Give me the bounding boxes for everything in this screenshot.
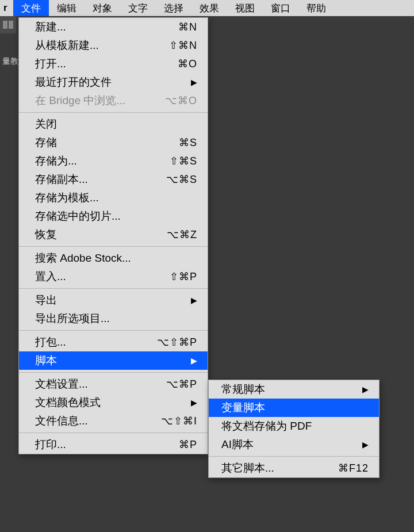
shortcut-label: ⌥⌘Z (167, 228, 197, 241)
scripts-submenu-item[interactable]: AI脚本▶ (209, 435, 379, 454)
file-menu-item-label: 恢复 (35, 227, 57, 242)
menu-separator (19, 372, 208, 373)
scripts-submenu-item[interactable]: 将文档存储为 PDF (209, 417, 379, 435)
file-menu-item[interactable]: 搜索 Adobe Stock... (19, 249, 208, 267)
file-menu-item[interactable]: 打包...⌥⇧⌘P (19, 333, 208, 351)
shortcut-label: ⌘P (179, 438, 197, 451)
menu-separator (19, 246, 208, 247)
file-menu-dropdown: 新建...⌘N从模板新建...⇧⌘N打开...⌘O最近打开的文件▶在 Bridg… (18, 17, 208, 454)
scripts-submenu-item-label: 变量脚本 (221, 400, 265, 415)
shortcut-label: ⌘F12 (338, 462, 369, 474)
file-menu-item-label: 打印... (35, 437, 66, 452)
menu-separator (19, 112, 208, 113)
left-panel-label: 量教 (0, 56, 18, 67)
scripts-submenu-item-label: 将文档存储为 PDF (221, 419, 312, 434)
shortcut-label: ⌥⌘O (165, 94, 197, 107)
submenu-arrow-icon: ▶ (191, 78, 197, 87)
menu-type[interactable]: 文字 (120, 0, 156, 16)
file-menu-item[interactable]: 导出所选项目... (19, 309, 208, 328)
submenu-arrow-icon: ▶ (191, 398, 197, 407)
menu-effect[interactable]: 效果 (191, 0, 227, 16)
file-menu-item-label: 脚本 (35, 353, 57, 368)
shortcut-label: ⇧⌘P (170, 270, 197, 283)
menu-separator (209, 456, 379, 457)
file-menu-item[interactable]: 恢复⌥⌘Z (19, 225, 208, 244)
file-menu-item-label: 打开... (35, 56, 66, 71)
menu-view[interactable]: 视图 (227, 0, 263, 16)
shortcut-label: ⇧⌘N (169, 39, 197, 52)
file-menu-item-label: 打包... (35, 335, 66, 350)
file-menu-item[interactable]: 文档设置...⌥⌘P (19, 375, 208, 393)
submenu-arrow-icon: ▶ (191, 296, 197, 305)
file-menu-item[interactable]: 存储为...⇧⌘S (19, 152, 208, 170)
menu-select[interactable]: 选择 (156, 0, 191, 16)
file-menu-item-label: 文档颜色模式 (35, 395, 101, 410)
file-menu-item[interactable]: 存储为模板... (19, 189, 208, 207)
shortcut-label: ⌘O (178, 58, 197, 70)
file-menu-item[interactable]: 新建...⌘N (19, 18, 208, 36)
file-menu-item-label: 存储 (35, 135, 57, 150)
scripts-submenu-item[interactable]: 常规脚本▶ (209, 380, 379, 399)
file-menu-item-label: 存储为模板... (35, 190, 99, 205)
menu-separator (19, 288, 208, 289)
file-menu-item-label: 从模板新建... (35, 38, 99, 53)
file-menu-item-label: 新建... (35, 20, 66, 35)
file-menu-item-label: 在 Bridge 中浏览... (35, 93, 125, 108)
scripts-submenu-item[interactable]: 其它脚本...⌘F12 (209, 459, 379, 477)
scripts-submenu-item-label: 常规脚本 (221, 382, 265, 397)
layout-split-icon (3, 21, 13, 29)
file-menu-item[interactable]: 文件信息...⌥⇧⌘I (19, 412, 208, 430)
shortcut-label: ⌥⇧⌘P (157, 336, 197, 349)
file-menu-item[interactable]: 存储⌘S (19, 133, 208, 152)
file-menu-item-label: 最近打开的文件 (35, 75, 112, 90)
file-menu-item-label: 存储选中的切片... (35, 209, 121, 224)
file-menu-item[interactable]: 导出▶ (19, 291, 208, 309)
file-menu-item-label: 导出所选项目... (35, 311, 110, 326)
file-menu-item[interactable]: 置入...⇧⌘P (19, 267, 208, 286)
file-menu-item[interactable]: 从模板新建...⇧⌘N (19, 36, 208, 55)
file-menu-item[interactable]: 关闭 (19, 115, 208, 133)
file-menu-item[interactable]: 脚本▶ (19, 351, 208, 370)
file-menu-item: 在 Bridge 中浏览...⌥⌘O (19, 91, 208, 110)
file-menu-item-label: 导出 (35, 293, 57, 308)
file-menu-item-label: 文档设置... (35, 377, 88, 392)
shortcut-label: ⌘N (178, 21, 197, 33)
shortcut-label: ⌥⌘P (166, 378, 197, 391)
file-menu-item-label: 存储为... (35, 154, 77, 169)
scripts-submenu-item-label: AI脚本 (221, 437, 254, 452)
file-menu-item[interactable]: 最近打开的文件▶ (19, 73, 208, 91)
menu-separator (19, 433, 208, 433)
menu-separator (19, 330, 208, 331)
submenu-arrow-icon: ▶ (191, 356, 197, 365)
app-initial: r (0, 2, 13, 14)
scripts-submenu-item[interactable]: 变量脚本 (209, 399, 379, 417)
file-menu-item-label: 关闭 (35, 117, 57, 132)
submenu-arrow-icon: ▶ (362, 385, 369, 394)
scripts-submenu: 常规脚本▶变量脚本将文档存储为 PDFAI脚本▶其它脚本...⌘F12 (208, 380, 379, 478)
menu-window[interactable]: 窗口 (263, 0, 298, 16)
file-menu-item-label: 搜索 Adobe Stock... (35, 251, 131, 266)
menu-edit[interactable]: 编辑 (49, 0, 85, 16)
scripts-submenu-item-label: 其它脚本... (221, 461, 274, 476)
panel-layout-icon[interactable] (0, 16, 16, 33)
file-menu-item[interactable]: 存储选中的切片... (19, 207, 208, 225)
file-menu-item-label: 文件信息... (35, 414, 88, 428)
file-menu-item-label: 存储副本... (35, 172, 88, 187)
file-menu-item[interactable]: 存储副本...⌥⌘S (19, 170, 208, 189)
submenu-arrow-icon: ▶ (362, 440, 369, 449)
menu-object[interactable]: 对象 (85, 0, 120, 16)
shortcut-label: ⌥⇧⌘I (161, 415, 197, 427)
file-menu-item[interactable]: 打印...⌘P (19, 435, 208, 454)
file-menu-item[interactable]: 文档颜色模式▶ (19, 393, 208, 412)
shortcut-label: ⇧⌘S (170, 155, 197, 167)
menubar: r 文件 编辑 对象 文字 选择 效果 视图 窗口 帮助 (0, 0, 414, 16)
menu-help[interactable]: 帮助 (298, 0, 334, 16)
file-menu-item-label: 置入... (35, 269, 66, 284)
file-menu-item[interactable]: 打开...⌘O (19, 55, 208, 73)
shortcut-label: ⌘S (179, 136, 197, 149)
menu-file[interactable]: 文件 (13, 0, 49, 16)
shortcut-label: ⌥⌘S (166, 173, 197, 186)
